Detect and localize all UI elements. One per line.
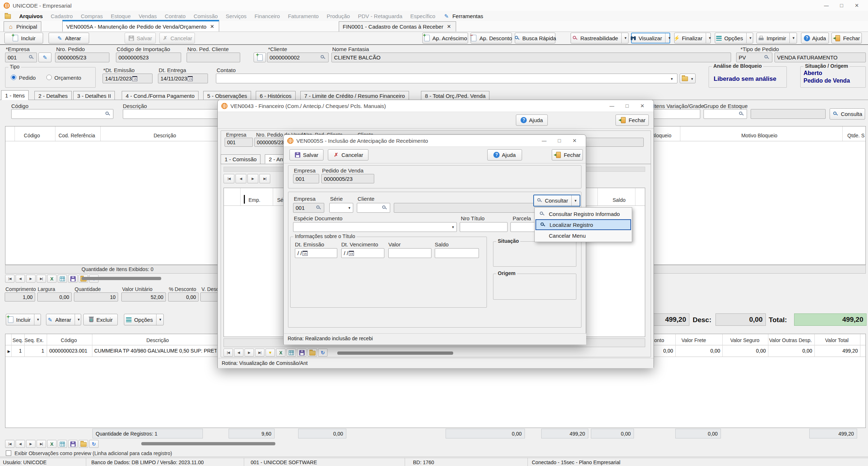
menu-item-localizar-registro[interactable]: Localizar Registro — [535, 219, 631, 230]
lookup-icon[interactable] — [28, 54, 34, 61]
nav-first-button[interactable] — [5, 275, 14, 283]
menu-producao[interactable]: Produção — [327, 13, 350, 19]
tab-principal[interactable]: Principal — [4, 21, 41, 32]
dlg-dt-emissao-field[interactable]: / / — [295, 248, 337, 258]
menu-item-consultar-registro[interactable]: Consultar Registro Informado — [535, 208, 631, 219]
lookup-icon[interactable] — [764, 54, 770, 61]
cancelar-button[interactable]: Cancelar — [159, 33, 195, 43]
ven0005s-cancelar-button[interactable]: Cancelar — [328, 149, 368, 161]
save-layout-button[interactable] — [68, 440, 78, 448]
menu-financeiro[interactable]: Financeiro — [255, 13, 280, 19]
menu-cadastro[interactable]: Cadastro — [51, 13, 73, 19]
consulta-button[interactable]: Consulta — [830, 108, 865, 120]
export-excel-button[interactable] — [47, 440, 57, 448]
nav-last-button[interactable] — [259, 174, 270, 183]
busca-rapida-button[interactable]: Busca Rápida — [515, 33, 555, 43]
lookup-icon[interactable] — [320, 54, 326, 61]
largura-field[interactable]: 0,00 — [37, 292, 72, 301]
col-valor-total[interactable]: Valor Total — [825, 337, 849, 343]
dlg-valor-field[interactable] — [388, 248, 431, 258]
salvar-button[interactable]: Salvar — [125, 33, 156, 43]
col-seq[interactable]: Seq. — [13, 337, 23, 343]
ap-desconto-button[interactable]: Ap. Desconto — [471, 33, 512, 43]
radio-orcamento[interactable] — [46, 75, 52, 80]
menu-faturamento[interactable]: Faturamento — [288, 13, 319, 19]
chevron-down-icon[interactable] — [706, 33, 711, 43]
radio-pedido[interactable] — [11, 75, 16, 80]
ven0043-fechar-button[interactable]: Fechar — [615, 115, 649, 126]
cell-seq[interactable]: 1 — [12, 348, 22, 354]
tipo-pedido-cod-field[interactable]: PV — [736, 53, 772, 62]
nro-titulo-field[interactable] — [460, 222, 508, 232]
lookup-icon[interactable] — [105, 111, 111, 117]
col-descricao[interactable]: Descrição — [154, 133, 176, 138]
grupo-estoque-field[interactable] — [704, 109, 747, 119]
col-valor-frete[interactable]: Valor Frete — [681, 337, 706, 343]
nav-prev-button[interactable] — [235, 174, 246, 183]
chevron-down-icon[interactable] — [75, 314, 80, 325]
tab-itens[interactable]: 1 - Itens — [1, 90, 29, 100]
menu-item-cancelar-menu[interactable]: Cancelar Menu — [535, 230, 631, 241]
grid-layout-button[interactable] — [287, 349, 296, 357]
opcoes-button[interactable]: Opções — [715, 33, 753, 43]
chevron-down-icon[interactable] — [746, 33, 752, 43]
col-seq-ex[interactable]: Seq. Ex. — [25, 337, 44, 343]
tab-observacoes[interactable]: 5 - Observações — [203, 91, 251, 100]
minimize-icon[interactable] — [537, 135, 552, 146]
calendar-icon[interactable] — [132, 76, 137, 81]
tab-cond-forma-pagamento[interactable]: 4 - Cond./Forma Pagamento — [122, 91, 199, 100]
save-layout-button[interactable] — [68, 275, 78, 283]
dt-emissao-field[interactable]: 14/11/2023 — [103, 74, 153, 83]
refresh-button[interactable] — [89, 440, 99, 448]
ven0043-grid-scrollbar[interactable] — [337, 351, 453, 355]
dlg-saldo-field[interactable] — [435, 248, 479, 258]
chevron-down-icon[interactable] — [451, 225, 455, 229]
close-icon[interactable] — [567, 135, 582, 146]
menu-compras[interactable]: Compras — [81, 13, 103, 19]
col-codigo[interactable]: Código — [24, 133, 40, 138]
tab-detalhes-ii[interactable]: 3 - Detalhes II — [73, 91, 115, 100]
tab-historicos[interactable]: 6 - Históricos — [256, 91, 296, 100]
quantidade-field[interactable]: 10 — [74, 292, 118, 301]
tab-close-icon[interactable] — [446, 24, 452, 30]
close-icon[interactable] — [635, 100, 650, 111]
editar-pedido-button[interactable] — [38, 53, 51, 62]
close-icon[interactable] — [849, 0, 864, 11]
nome-fantasia-field[interactable]: CLIENTE BALCÃO — [331, 53, 731, 62]
minimize-icon[interactable] — [819, 0, 834, 11]
col-codigo2[interactable]: Código — [61, 337, 77, 343]
chevron-down-icon[interactable] — [669, 75, 675, 82]
col-bloqueio[interactable]: Bloqueio — [652, 133, 672, 138]
item-alterar-button[interactable]: Alterar — [46, 314, 81, 325]
calendar-icon[interactable] — [188, 76, 193, 81]
alterar-button[interactable]: Alterar — [49, 33, 89, 43]
nav-last-button[interactable] — [37, 275, 46, 283]
visualizar-button[interactable]: Visualizar — [631, 33, 670, 43]
chevron-down-icon[interactable] — [156, 314, 162, 325]
item-incluir-button[interactable]: Incluir — [6, 314, 41, 325]
nav-next-button[interactable] — [26, 275, 36, 283]
item-codigo-field[interactable] — [11, 109, 113, 119]
tab-detalhes[interactable]: 2 - Detalhes — [34, 91, 72, 100]
menu-comissao[interactable]: Comissão — [193, 13, 218, 19]
titulo-empresa-field[interactable]: 001 — [293, 203, 324, 213]
pedido-grid-scrollbar[interactable] — [141, 442, 275, 445]
ven0005s-fechar-button[interactable]: Fechar — [552, 149, 583, 161]
nav-next-button[interactable] — [26, 440, 36, 448]
chevron-down-icon[interactable] — [571, 195, 577, 206]
cliente-field[interactable]: 0000000002 — [267, 53, 329, 62]
ven0005s-salvar-button[interactable]: Salvar — [289, 149, 324, 161]
valor-unitario-field[interactable]: 52,00 — [121, 292, 166, 301]
especie-combo[interactable] — [293, 222, 457, 232]
imprimir-button[interactable]: Imprimir — [756, 33, 797, 43]
nav-last-button[interactable] — [255, 349, 264, 357]
nav-next-button[interactable] — [247, 174, 258, 183]
minimize-icon[interactable] — [604, 100, 619, 111]
open-layout-button[interactable] — [308, 349, 317, 357]
tab-close-icon[interactable] — [209, 24, 215, 30]
chevron-down-icon[interactable] — [621, 33, 627, 43]
export-excel-button[interactable] — [276, 349, 285, 357]
rastreabilidade-button[interactable]: Rastreabilidade — [571, 33, 629, 43]
lookup-icon[interactable] — [381, 205, 388, 211]
ven0005s-ajuda-button[interactable]: Ajuda — [487, 149, 522, 161]
